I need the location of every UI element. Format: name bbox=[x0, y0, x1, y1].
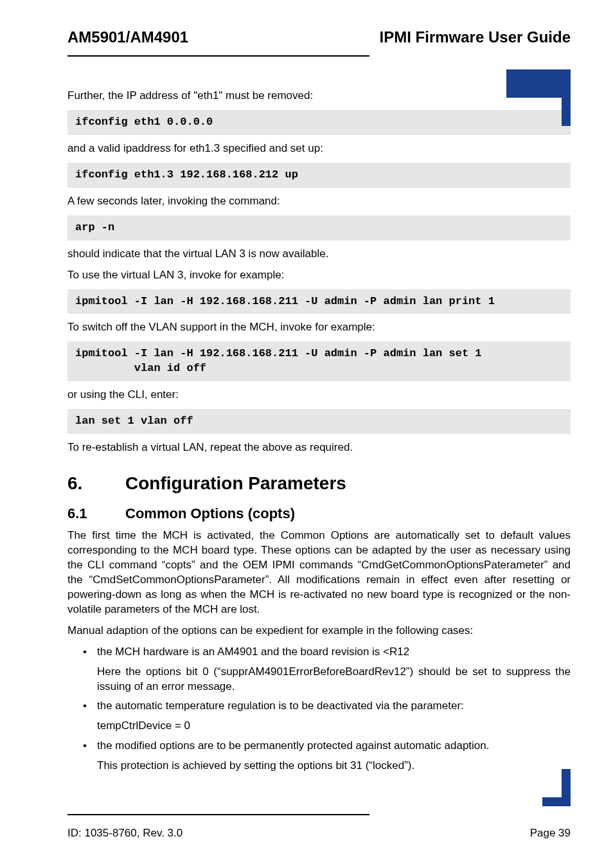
header-left: AM5901/AM4901 bbox=[67, 28, 188, 46]
section-title: Common Options (copts) bbox=[125, 505, 295, 522]
list-item: the modified options are to be permanent… bbox=[83, 739, 571, 754]
paragraph: To switch off the VLAN support in the MC… bbox=[67, 320, 571, 335]
paragraph: should indicate that the virtual LAN 3 i… bbox=[67, 247, 571, 262]
paragraph: To re-establish a virtual LAN, repeat th… bbox=[67, 440, 571, 455]
code-block: ipmitool -I lan -H 192.168.168.211 -U ad… bbox=[67, 341, 571, 381]
list-item: the automatic temperature regulation is … bbox=[83, 699, 571, 714]
list-item: the MCH hardware is an AM4901 and the bo… bbox=[83, 645, 571, 660]
bullet-list: the MCH hardware is an AM4901 and the bo… bbox=[67, 645, 571, 660]
page-content: Further, the IP address of "eth1" must b… bbox=[67, 89, 571, 773]
footer-id: ID: 1035-8760, Rev. 3.0 bbox=[67, 827, 182, 840]
corner-decoration-top bbox=[506, 69, 571, 98]
bullet-list: the modified options are to be permanent… bbox=[67, 739, 571, 754]
paragraph: To use the virtual LAN 3, invoke for exa… bbox=[67, 268, 571, 283]
corner-decoration-bottom bbox=[562, 769, 571, 797]
code-block: ifconfig eth1.3 192.168.168.212 up bbox=[67, 163, 571, 188]
page-header: AM5901/AM4901 IPMI Firmware User Guide bbox=[67, 28, 571, 46]
list-item-detail: tempCtrlDevice = 0 bbox=[97, 719, 571, 734]
footer-rule bbox=[67, 814, 369, 815]
code-block: arp -n bbox=[67, 215, 571, 240]
section-number: 6.1 bbox=[67, 505, 125, 522]
paragraph: and a valid ipaddress for eth1.3 specifi… bbox=[67, 141, 571, 156]
paragraph: A few seconds later, invoking the comman… bbox=[67, 194, 571, 209]
paragraph: Further, the IP address of "eth1" must b… bbox=[67, 89, 571, 104]
code-block: lan set 1 vlan off bbox=[67, 409, 571, 434]
code-block: ifconfig eth1 0.0.0.0 bbox=[67, 110, 571, 135]
footer-page: Page 39 bbox=[530, 827, 571, 840]
section-heading-6: 6. Configuration Parameters bbox=[67, 473, 571, 494]
code-block: ipmitool -I lan -H 192.168.168.211 -U ad… bbox=[67, 289, 571, 314]
list-item-detail: This protection is achieved by setting t… bbox=[97, 759, 571, 773]
section-number: 6. bbox=[67, 473, 125, 494]
bullet-list: the automatic temperature regulation is … bbox=[67, 699, 571, 714]
paragraph: The first time the MCH is activated, the… bbox=[67, 529, 571, 617]
paragraph: Manual adaption of the options can be ex… bbox=[67, 624, 571, 638]
page-footer: ID: 1035-8760, Rev. 3.0 Page 39 bbox=[67, 814, 571, 840]
list-item-detail: Here the options bit 0 (“supprAM4901Erro… bbox=[97, 665, 571, 694]
header-rule bbox=[67, 55, 369, 57]
paragraph: or using the CLI, enter: bbox=[67, 388, 571, 402]
header-right: IPMI Firmware User Guide bbox=[380, 28, 571, 46]
section-title: Configuration Parameters bbox=[125, 473, 346, 494]
section-heading-6-1: 6.1 Common Options (copts) bbox=[67, 505, 571, 522]
